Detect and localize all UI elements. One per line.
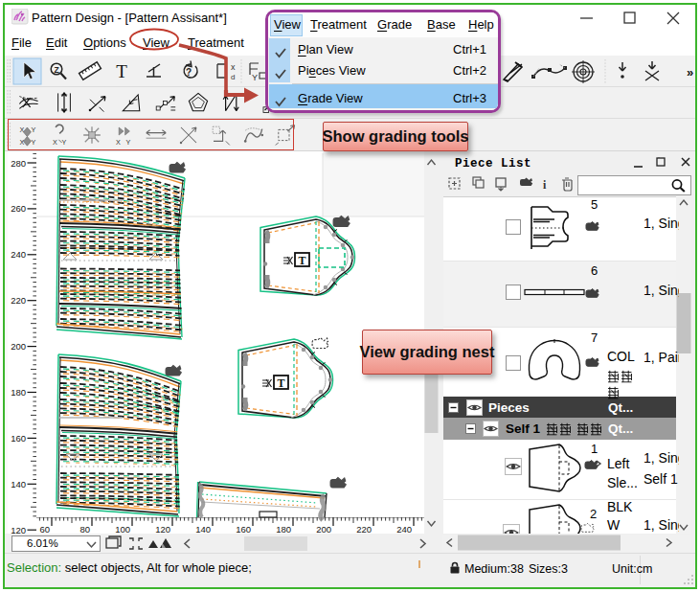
svg-text:180: 180	[276, 524, 291, 534]
svg-text:180: 180	[11, 387, 26, 398]
svg-text:220: 220	[356, 524, 372, 534]
svg-text:240: 240	[11, 249, 26, 260]
svg-text:Z: Z	[54, 65, 58, 75]
svg-text:240: 240	[396, 524, 412, 534]
svg-text:280: 280	[11, 158, 26, 169]
svg-text:200: 200	[11, 341, 26, 352]
svg-text:160: 160	[11, 433, 26, 444]
svg-text:T: T	[298, 254, 305, 267]
svg-text:200: 200	[316, 524, 331, 534]
svg-text:»: »	[687, 65, 693, 80]
svg-text:60: 60	[39, 524, 50, 534]
svg-text:100: 100	[115, 524, 130, 534]
svg-text:120: 120	[155, 524, 170, 534]
svg-text:140: 140	[11, 479, 26, 490]
svg-text:140: 140	[195, 524, 211, 534]
svg-text:120: 120	[11, 525, 26, 534]
svg-text:i: i	[543, 178, 547, 192]
svg-text:T: T	[277, 376, 284, 390]
svg-text:80: 80	[79, 524, 90, 534]
svg-text:160: 160	[236, 524, 251, 534]
svg-text:260: 260	[11, 203, 26, 214]
svg-text:220: 220	[11, 295, 26, 306]
